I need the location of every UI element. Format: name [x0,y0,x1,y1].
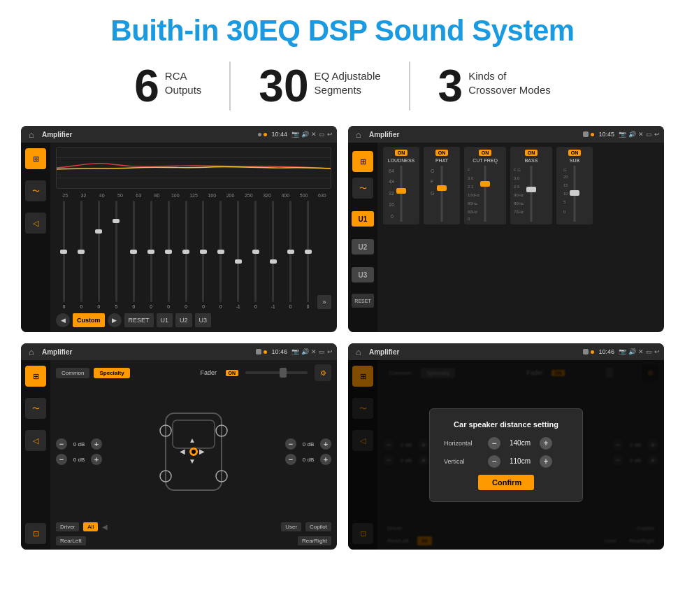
vertical-plus-btn[interactable]: + [540,455,552,468]
bal-copilot-btn[interactable]: Copilot [305,522,331,531]
amp-reset-side[interactable]: RESET [352,294,373,308]
svg-text:80Hz: 80Hz [468,201,477,206]
eq-slider-15[interactable]: 0 [300,201,316,309]
window-icon-3[interactable]: ▭ [319,348,325,355]
stat-rca-line1: RCA [165,69,202,83]
back-icon-2[interactable]: ↩ [654,131,660,138]
bal-fader-on[interactable]: ON [226,370,239,376]
status-dot-8 [591,350,594,354]
bal-plus-4[interactable]: + [320,454,331,465]
status-dot-7 [583,349,589,354]
bal-plus-1[interactable]: + [91,438,102,450]
window-icon-4[interactable]: ▭ [646,348,652,355]
eq-slider-8[interactable]: 0 [178,201,194,309]
eq-slider-3[interactable]: 0 [91,201,107,309]
bal-wave-btn[interactable]: 〜 [25,398,46,419]
home-icon-1[interactable]: ⌂ [25,128,38,141]
eq-slider-9[interactable]: 0 [196,201,212,309]
bal-driver-btn[interactable]: Driver [56,522,79,531]
bal-speaker-btn[interactable]: ◁ [25,430,46,451]
stat-eq-line2: Segments [315,83,381,97]
eq-slider-4[interactable]: 5 [108,201,124,309]
eq-slider-6[interactable]: 0 [143,201,159,309]
dialog-title: Car speaker distance setting [444,420,568,429]
home-icon-4[interactable]: ⌂ [352,345,365,358]
cutfreq-on[interactable]: ON [479,150,492,156]
horizontal-minus-btn[interactable]: − [488,437,500,450]
eq-expand-btn[interactable]: » [317,295,331,309]
back-icon-1[interactable]: ↩ [327,131,333,138]
eq-slider-12[interactable]: 0 [247,201,264,309]
close-icon-1[interactable]: ✕ [311,131,317,138]
eq-slider-10[interactable]: 0 [212,201,229,309]
horizontal-plus-btn[interactable]: + [540,437,552,450]
sub-on[interactable]: ON [568,150,582,156]
bal-specialty-tab[interactable]: Specialty [94,368,129,378]
eq-reset-btn[interactable]: RESET [124,313,154,327]
amp-filter-btn[interactable]: ⊞ [352,151,373,172]
amp-u3[interactable]: U3 [352,267,374,282]
bass-on[interactable]: ON [525,150,538,156]
window-icon-1[interactable]: ▭ [319,131,325,138]
eq-u1-btn[interactable]: U1 [157,313,173,327]
eq-filter-btn[interactable]: ⊞ [25,148,46,169]
status-time-4: 10:46 [598,348,614,355]
bal-rearleft-btn[interactable]: RearLeft [56,536,86,545]
close-icon-2[interactable]: ✕ [638,131,644,138]
bal-user-btn[interactable]: User [281,522,301,531]
eq-custom-btn[interactable]: Custom [73,313,105,327]
eq-slider-11[interactable]: -1 [230,201,246,309]
amp-wave-btn[interactable]: 〜 [352,178,373,199]
freq-63: 63 [129,193,147,198]
bal-rearright-btn[interactable]: RearRight [298,536,331,545]
bal-minus-1[interactable]: − [56,438,67,450]
close-icon-3[interactable]: ✕ [311,348,317,355]
eq-sidebar: ⊞ 〜 ◁ [21,143,50,332]
bal-all-btn[interactable]: All [83,522,98,531]
bal-plus-2[interactable]: + [91,454,102,465]
freq-100: 100 [166,193,185,198]
screen-amp-card: ⌂ Amplifier 10:45 📷 🔊 ✕ ▭ ↩ ⊞ 〜 U1 [348,126,664,332]
svg-text:▼: ▼ [189,457,196,465]
eq-slider-13[interactable]: -1 [265,201,281,309]
bal-plus-3[interactable]: + [320,438,331,450]
eq-slider-5[interactable]: 0 [126,201,142,309]
loudness-on[interactable]: ON [395,150,408,156]
back-icon-4[interactable]: ↩ [654,348,660,355]
eq-u3-btn[interactable]: U3 [195,313,212,327]
back-icon-3[interactable]: ↩ [327,348,333,355]
bal-common-tab[interactable]: Common [56,368,89,378]
eq-prev-btn[interactable]: ◀ [56,313,70,327]
home-icon-2[interactable]: ⌂ [352,128,365,141]
bal-left-db: − 0 dB + − 0 dB + [56,385,102,519]
eq-play-btn[interactable]: ▶ [108,313,122,327]
eq-speaker-btn[interactable]: ◁ [25,213,46,234]
eq-u2-btn[interactable]: U2 [175,313,192,327]
bal-minus-3[interactable]: − [285,438,296,450]
amp-phat: ON PHAT G F G [424,147,460,224]
bal-filter-btn[interactable]: ⊞ [25,366,46,387]
svg-text:F: F [468,168,470,172]
window-icon-2[interactable]: ▭ [646,131,652,138]
amp-u2[interactable]: U2 [352,239,374,255]
svg-text:80Hz: 80Hz [514,201,524,206]
amp-u1[interactable]: U1 [352,211,374,227]
status-dot-3 [583,131,589,137]
phat-on[interactable]: ON [435,150,449,156]
vertical-minus-btn[interactable]: − [488,455,500,468]
eq-slider-2[interactable]: 0 [73,201,89,309]
confirm-button[interactable]: Confirm [478,475,534,490]
eq-wave-btn[interactable]: 〜 [25,180,46,201]
eq-slider-7[interactable]: 0 [161,201,177,309]
bal-minus-2[interactable]: − [56,454,67,465]
screen-eq-card: ⌂ Amplifier 10:44 📷 🔊 ✕ ▭ ↩ ⊞ 〜 [21,126,337,332]
close-icon-4[interactable]: ✕ [638,348,644,355]
amp-sidebar: ⊞ 〜 U1 U2 U3 RESET [348,143,377,332]
bal-settings-btn[interactable]: ⚙ [315,364,331,381]
eq-slider-1[interactable]: 0 [56,201,72,309]
home-icon-3[interactable]: ⌂ [25,345,38,358]
loudness-label: LOUDNESS [388,158,415,163]
eq-slider-14[interactable]: 0 [282,201,298,309]
bal-expand-btn[interactable]: ⊡ [25,523,46,544]
bal-minus-4[interactable]: − [285,454,296,465]
